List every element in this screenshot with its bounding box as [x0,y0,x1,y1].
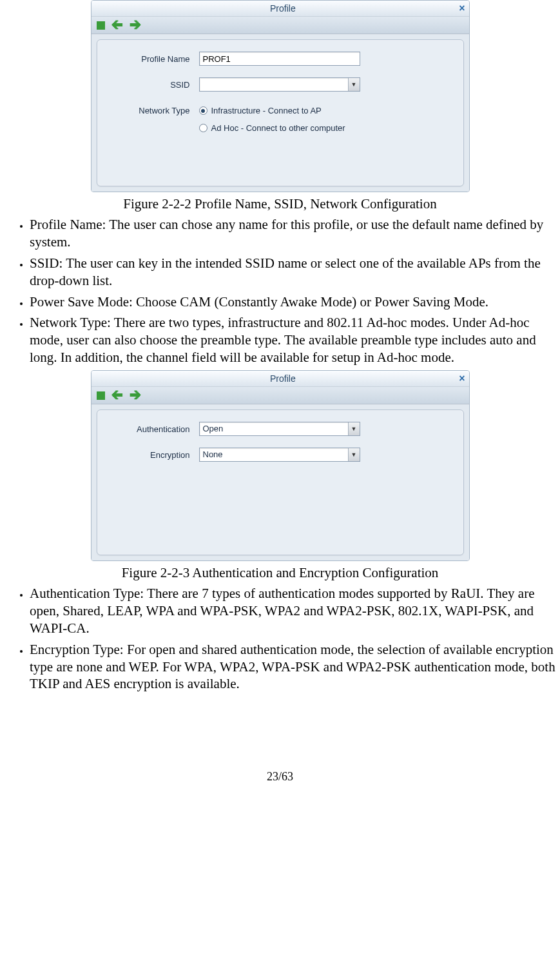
dialog-title: Profile [107,3,459,14]
profile-name-input[interactable] [199,52,360,66]
forward-arrow-icon[interactable]: 🡲 [130,390,141,401]
list-item: Encryption Type: For open and shared aut… [30,641,557,693]
forward-arrow-icon[interactable]: 🡲 [130,19,141,31]
bullet-list-1: Profile Name: The user can chose any nam… [3,216,557,366]
ssid-label: SSID [109,80,199,90]
network-type-group: Infrastructure - Connect to AP Ad Hoc - … [199,106,345,133]
ssid-value [200,78,348,91]
encryption-combo[interactable]: None ▼ [199,448,360,462]
toolbar: 🡰 🡲 [92,17,469,34]
dialog-body: Authentication Open ▼ Encryption None ▼ [92,404,469,560]
list-item: Network Type: There are two types, infra… [30,314,557,366]
radio-label: Infrastructure - Connect to AP [211,106,322,115]
row-network-type: Network Type Infrastructure - Connect to… [109,106,452,133]
authentication-combo[interactable]: Open ▼ [199,422,360,436]
profile-dialog-2: Profile × 🡰 🡲 Authentication Open ▼ Encr… [91,370,470,561]
profile-dialog-1: Profile × 🡰 🡲 Profile Name SSID ▼ Networ… [91,0,470,192]
titlebar: Profile × [92,371,469,387]
list-item: SSID: The user can key in the intended S… [30,255,557,290]
list-item: Profile Name: The user can chose any nam… [30,216,557,251]
back-arrow-icon[interactable]: 🡰 [111,390,123,401]
chevron-down-icon[interactable]: ▼ [348,448,360,461]
profile-name-label: Profile Name [109,54,199,64]
settings-panel: Profile Name SSID ▼ Network Type Infrast… [97,39,464,186]
radio-adhoc[interactable]: Ad Hoc - Connect to other computer [199,123,345,133]
list-item: Authentication Type: There are 7 types o… [30,585,557,637]
authentication-label: Authentication [109,424,199,434]
radio-icon [199,106,208,115]
row-profile-name: Profile Name [109,52,452,66]
row-encryption: Encryption None ▼ [109,448,452,462]
row-authentication: Authentication Open ▼ [109,422,452,436]
chevron-down-icon[interactable]: ▼ [348,78,360,91]
dialog-body: Profile Name SSID ▼ Network Type Infrast… [92,34,469,192]
close-icon[interactable]: × [459,3,465,14]
toolbar: 🡰 🡲 [92,387,469,404]
stop-icon[interactable] [97,391,105,400]
radio-icon [199,124,208,132]
ssid-combo[interactable]: ▼ [199,77,360,92]
figure-caption-1: Figure 2-2-2 Profile Name, SSID, Network… [0,196,560,212]
chevron-down-icon[interactable]: ▼ [348,422,360,435]
settings-panel: Authentication Open ▼ Encryption None ▼ [97,410,464,555]
radio-label: Ad Hoc - Connect to other computer [211,123,345,133]
encryption-value: None [200,448,348,461]
bullet-list-2: Authentication Type: There are 7 types o… [3,585,557,693]
stop-icon[interactable] [97,21,105,30]
authentication-value: Open [200,422,348,435]
row-ssid: SSID ▼ [109,77,452,92]
network-type-label: Network Type [109,106,199,115]
back-arrow-icon[interactable]: 🡰 [111,19,123,31]
dialog-title: Profile [107,373,459,384]
titlebar: Profile × [92,1,469,17]
close-icon[interactable]: × [459,373,465,384]
page-number: 23/63 [0,770,560,784]
radio-infrastructure[interactable]: Infrastructure - Connect to AP [199,106,345,115]
figure-caption-2: Figure 2-2-3 Authentication and Encrypti… [0,565,560,581]
encryption-label: Encryption [109,450,199,460]
list-item: Power Save Mode: Choose CAM (Constantly … [30,293,557,311]
